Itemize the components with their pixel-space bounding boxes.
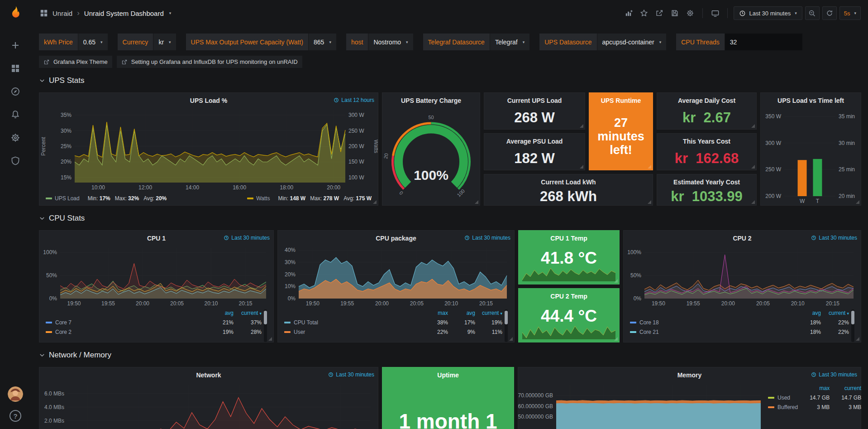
time-range-picker[interactable]: Last 30 minutes ▾	[734, 6, 802, 20]
panel-title[interactable]: Network	[196, 371, 221, 379]
legend-scrollbar[interactable]	[851, 309, 854, 342]
variable-dropdown[interactable]: kr▾	[153, 34, 176, 50]
panel-title[interactable]: Current Load kWh	[541, 178, 596, 186]
variable-dropdown[interactable]: 865▾	[309, 34, 336, 50]
share-icon[interactable]	[653, 7, 666, 19]
refresh-interval-picker[interactable]: 5s ▾	[839, 6, 861, 20]
dashboard-grid-icon	[40, 9, 48, 17]
svg-text:W: W	[800, 198, 805, 204]
variable-label: host	[346, 34, 368, 50]
section-ups-stats[interactable]: UPS Stats	[39, 76, 861, 85]
variable-ups-datasource: UPS Datasource apcupsd-container▾	[539, 34, 666, 50]
caret-down-icon: ▾	[659, 40, 662, 44]
alerting-bell-icon[interactable]	[10, 109, 21, 120]
help-icon[interactable]: ?	[10, 410, 21, 422]
dashboard-link-ups-guide[interactable]: Setting up Grafana and InfluxDB for UPS …	[117, 56, 302, 68]
panel-title[interactable]: UPS Load vs Time left	[777, 97, 844, 104]
panel-title[interactable]: UPS Battery Charge	[401, 97, 461, 104]
svg-text:100%: 100%	[627, 249, 641, 255]
legend-row: Buffered3 MB3 MB	[768, 402, 867, 412]
breadcrumb-folder[interactable]: Unraid	[52, 10, 72, 17]
breadcrumb: Unraid › Unraid System Dashboard ▾	[40, 9, 171, 18]
star-icon[interactable]	[638, 7, 650, 19]
cpu-threads-input[interactable]	[725, 34, 802, 50]
legend-sort-avg[interactable]: avg	[205, 310, 234, 316]
explore-compass-icon[interactable]	[10, 86, 21, 97]
section-network-memory[interactable]: Network / Memory	[39, 351, 861, 360]
variable-dropdown[interactable]: apcupsd-container▾	[597, 34, 667, 50]
cpu1-graph[interactable]: 19:5019:5520:0020:0520:1020:150%50%100%	[39, 244, 273, 308]
refresh-icon[interactable]	[822, 6, 837, 20]
legend-sort-current[interactable]: current▾	[234, 310, 262, 316]
legend-sort-current[interactable]: current	[830, 385, 861, 391]
svg-text:16:00: 16:00	[233, 184, 246, 191]
svg-text:50%: 50%	[630, 272, 641, 279]
panel-title[interactable]: CPU 1 Temp	[550, 235, 587, 242]
variable-dropdown[interactable]: 0.65▾	[78, 34, 108, 50]
ups-vs-time-bars[interactable]: 200 W250 W300 W350 W20 min25 min30 min35…	[761, 106, 861, 205]
legend-sort-current[interactable]: current▾	[821, 310, 849, 316]
stat-value: 268 kWh	[484, 188, 653, 205]
panel-title[interactable]: UPS Load %	[190, 97, 227, 104]
panel-title[interactable]: Average Daily Cost	[678, 97, 735, 104]
panel-cpu2: CPU 2 Last 30 minutes 19:5019:5520:0020:…	[623, 230, 861, 342]
panel-title[interactable]: UPS Runtime	[601, 97, 641, 104]
svg-text:50.000000 GB: 50.000000 GB	[518, 414, 553, 420]
settings-gear-icon[interactable]	[684, 7, 696, 19]
legend-scrollbar[interactable]	[505, 309, 508, 342]
panel-title[interactable]: CPU 1	[147, 235, 166, 242]
svg-text:12:00: 12:00	[138, 184, 152, 191]
variable-label: Currency	[118, 34, 153, 50]
cpu-package-graph[interactable]: 19:5019:5520:0020:0520:1020:150%10%20%30…	[278, 244, 514, 308]
legend-sort-avg[interactable]: avg	[448, 310, 475, 316]
legend-sort-current[interactable]: current▾	[475, 310, 502, 316]
stat-value: kr 1033.99	[657, 188, 756, 205]
panel-title[interactable]: CPU 2	[733, 235, 751, 242]
memory-graph[interactable]: 19:5019:5520:0020:0520:1020:1550.000000 …	[518, 381, 768, 429]
panel-title[interactable]: Current UPS Load	[507, 97, 562, 104]
svg-text:25 min: 25 min	[839, 166, 855, 173]
time-range-label: Last 30 minutes	[749, 10, 791, 17]
legend-scrollbar[interactable]	[264, 309, 267, 342]
svg-text:4.0 MBs: 4.0 MBs	[44, 404, 64, 410]
panel-title[interactable]: CPU package	[376, 235, 416, 242]
svg-text:20%: 20%	[61, 159, 72, 165]
cpu2-graph[interactable]: 19:5019:5520:0020:0520:1020:150%50%100%	[624, 244, 861, 308]
legend-item[interactable]: UPS LoadMin: 17%Max: 32%Avg: 20%	[46, 195, 167, 202]
variable-host: host Nostromo▾	[346, 34, 413, 50]
user-avatar[interactable]	[8, 386, 23, 402]
dashboards-grid-icon[interactable]	[10, 63, 21, 74]
panel-title[interactable]: Memory	[677, 371, 702, 379]
variable-dropdown[interactable]: Nostromo▾	[368, 34, 413, 50]
dashboard-title[interactable]: Unraid System Dashboard	[84, 10, 164, 17]
panel-title[interactable]: CPU 2 Temp	[550, 293, 587, 300]
battery-gauge[interactable]: 02050100100%	[382, 106, 480, 205]
legend-sort-max[interactable]: max	[798, 385, 830, 391]
create-plus-icon[interactable]	[10, 40, 21, 51]
svg-text:50%: 50%	[46, 272, 57, 279]
add-panel-icon[interactable]	[622, 7, 635, 19]
variable-dropdown[interactable]: Telegraf▾	[490, 34, 529, 50]
legend-item[interactable]: WattsMin: 148 WMax: 278 WAvg: 175 W	[247, 195, 372, 202]
save-icon[interactable]	[668, 7, 681, 19]
server-admin-shield-icon[interactable]	[10, 155, 21, 166]
caret-down-icon[interactable]: ▾	[169, 11, 172, 15]
grafana-logo-icon[interactable]	[8, 5, 23, 21]
time-override-label: Last 30 minutes	[224, 235, 270, 241]
legend-sort-avg[interactable]: avg	[793, 310, 821, 316]
dashboard-link-plex-theme[interactable]: Grafana Plex Theme	[39, 56, 112, 68]
cycle-view-tv-icon[interactable]	[709, 7, 721, 19]
panel-title[interactable]: Estimated Yearly Cost	[673, 178, 740, 186]
legend-sort-max[interactable]: max	[421, 310, 448, 316]
panel-memory: Memory Last 30 minutes 19:5019:5520:0020…	[518, 367, 861, 429]
ups-load-graph[interactable]: 10:0012:0014:0016:0018:0020:0015%20%25%3…	[39, 106, 378, 192]
cpu-stats-row: CPU 1 Last 30 minutes 19:5019:5520:0020:…	[39, 230, 861, 342]
svg-text:Percent: Percent	[40, 137, 47, 156]
panel-title[interactable]: Average PSU Load	[506, 138, 563, 145]
zoom-out-icon[interactable]	[805, 6, 820, 20]
network-graph[interactable]: 19:5019:5520:0020:0520:1020:152.0 MBs4.0…	[39, 381, 378, 429]
configuration-gear-icon[interactable]	[10, 132, 21, 143]
section-cpu-stats[interactable]: CPU Stats	[39, 214, 861, 223]
panel-title[interactable]: Uptime	[437, 371, 458, 379]
panel-title[interactable]: This Years Cost	[683, 138, 730, 145]
